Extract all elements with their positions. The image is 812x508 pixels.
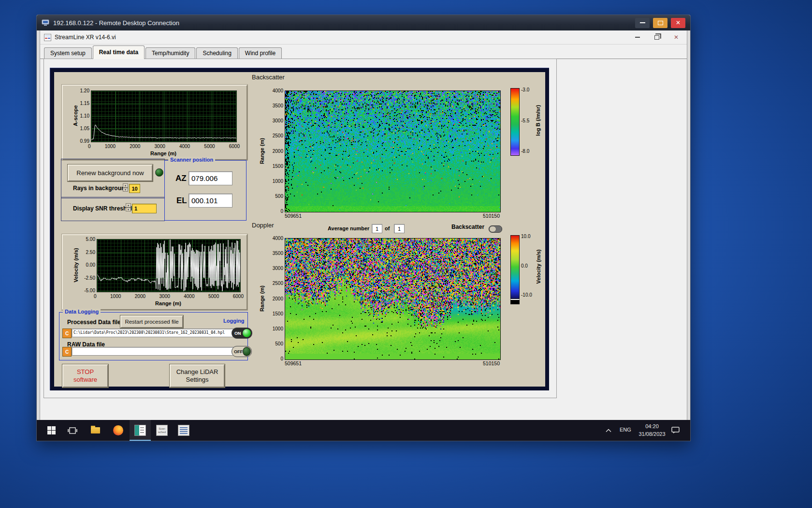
task-view-button[interactable]	[62, 420, 83, 441]
tick-label: 1.05	[80, 126, 89, 131]
az-field[interactable]: 079.006	[188, 171, 232, 185]
tick-label: Scan	[159, 427, 165, 431]
tray-show-hidden-button[interactable]	[601, 420, 616, 441]
tick-label: sched	[158, 431, 166, 434]
velocity-yticks: 5.002.500.00-2.50-5.00	[75, 237, 95, 293]
backscatter-toggle-label: Backscatter	[451, 224, 484, 230]
tick-label: -5.5	[521, 118, 529, 123]
tick-label: 0.0	[521, 263, 528, 269]
spinner-up-icon[interactable]	[126, 203, 131, 208]
rdp-close-button[interactable]	[671, 18, 685, 28]
raw-logging-toggle[interactable]: OFF	[232, 346, 252, 357]
rdp-window-controls	[632, 18, 685, 28]
tab-real-time-data[interactable]: Real time data	[93, 45, 145, 59]
ascope-xticks: 0100020003000400050006000	[88, 144, 240, 149]
tick-label: 2000	[130, 144, 140, 149]
toggle-led-icon	[242, 329, 251, 338]
processed-data-file-label: Processed Data file	[67, 319, 121, 326]
tick-label: 2500	[273, 281, 283, 286]
processed-logging-toggle[interactable]: ON	[232, 328, 252, 339]
spinner-up-icon[interactable]	[123, 183, 128, 188]
tick-label: 1000	[110, 294, 121, 299]
action-center-button[interactable]	[666, 420, 684, 441]
tab-scheduling[interactable]: Scheduling	[196, 47, 237, 59]
app-window: StreamLine XR v14-6.vi System setupReal …	[40, 30, 687, 420]
restart-processed-file-button[interactable]: Restart processed file	[120, 315, 183, 328]
raw-path-field[interactable]	[72, 347, 234, 356]
firefox-icon	[113, 425, 123, 435]
data-logging-group: Data Logging Processed Data file Restart…	[59, 312, 248, 360]
start-button[interactable]	[41, 420, 62, 441]
renew-background-button[interactable]: Renew background now	[68, 164, 153, 181]
tick-label: 5.00	[86, 237, 95, 242]
tab-system-setup[interactable]: System setup	[44, 47, 92, 59]
remote-session: StreamLine XR v14-6.vi System setupReal …	[37, 30, 690, 441]
scanner-position-title: Scanner position	[168, 157, 215, 163]
tick-label: 3500	[273, 251, 283, 256]
average-number-field[interactable]: 1	[372, 224, 382, 233]
tray-date: 31/08/2023	[635, 430, 669, 438]
app-minimize-button[interactable]	[631, 32, 644, 42]
firefox-button[interactable]	[107, 420, 129, 441]
el-field[interactable]: 000.101	[188, 194, 232, 208]
rays-in-background-label: Rays in background	[73, 185, 129, 192]
tick-label: 3000	[273, 118, 283, 123]
average-of-label: of	[385, 225, 390, 231]
scanner-position-group: Scanner position AZ 079.006 EL 000.101	[164, 160, 246, 221]
panel-dark-frame: A-scope 1.201.151.101.050.99 01000200030…	[50, 68, 549, 390]
doppler-heatmap	[285, 238, 501, 360]
toggle-led-icon	[243, 347, 251, 356]
tick-label: 6000	[233, 294, 244, 299]
raw-path-browse-button[interactable]: C	[62, 347, 72, 357]
tick-label: -10.0	[521, 292, 532, 298]
doppler-ylabel: Range (m)	[259, 285, 265, 312]
doppler-title: Doppler	[252, 222, 274, 229]
tick-label: 4000	[273, 88, 283, 93]
backscatter-x-start: 509651	[285, 213, 302, 219]
file-explorer-button[interactable]	[85, 420, 106, 441]
rdp-minimize-button[interactable]	[635, 18, 650, 28]
tab-wind-profile[interactable]: Wind profile	[239, 47, 282, 59]
app-close-button[interactable]	[669, 32, 683, 42]
tick-label: 1500	[273, 311, 283, 316]
tick-label: 4000	[179, 144, 190, 149]
tick-label: 0.00	[86, 262, 95, 268]
change-lidar-settings-button[interactable]: Change LiDAR Settings	[170, 364, 225, 388]
tick-label: 1.15	[80, 101, 89, 106]
text-editor-icon	[178, 425, 189, 436]
scan-schedule-button[interactable]: Scansched	[151, 420, 173, 441]
stop-software-button[interactable]: STOP software	[62, 364, 108, 388]
velocity-graph-frame: Velocity (m/s) 5.002.500.00-2.50-5.00 01…	[62, 234, 247, 310]
doppler-colorbar-label: Velocity (m/s)	[536, 250, 541, 284]
windows-logo-icon	[47, 426, 56, 434]
spinner-down-icon[interactable]	[123, 188, 128, 192]
tick-label: -5.00	[84, 288, 95, 293]
tick-label: 5000	[208, 294, 219, 299]
tick-label: 4000	[184, 294, 194, 299]
tab-temp-humidity[interactable]: Temp/humidity	[145, 47, 195, 59]
tray-clock[interactable]: 04:20 31/08/2023	[635, 422, 669, 438]
app-restore-button[interactable]	[650, 32, 664, 42]
streamline-app-button[interactable]	[130, 420, 151, 441]
processed-path-browse-button[interactable]: C	[62, 329, 72, 338]
average-total-field[interactable]: 1	[394, 224, 405, 233]
tray-language[interactable]: ENG	[620, 427, 631, 433]
tick-label: 10.0	[521, 234, 530, 239]
processed-path-field[interactable]: C:\Lidar\Data\Proc\2023\202308\20230831\…	[72, 329, 234, 337]
tick-label: -3.0	[521, 87, 529, 92]
rdp-titlebar[interactable]: 192.168.0.122 - Remote Desktop Connectio…	[37, 15, 690, 30]
app-titlebar[interactable]: StreamLine XR v14-6.vi	[40, 30, 687, 45]
backscatter-toggle[interactable]	[489, 225, 502, 233]
tab-bar: System setupReal time dataTemp/humidityS…	[40, 44, 687, 59]
snr-threshold-field[interactable]: 1	[132, 204, 157, 213]
rays-in-background-field[interactable]: 10	[129, 184, 140, 193]
tick-label: 3000	[273, 266, 283, 271]
tick-label: 3000	[155, 144, 165, 149]
spinner-down-icon[interactable]	[126, 208, 131, 212]
scan-schedule-icon: Scansched	[156, 425, 168, 436]
tick-label: 2000	[273, 149, 283, 154]
text-editor-button[interactable]	[173, 420, 194, 441]
average-number-label: Average number	[328, 225, 369, 231]
backscatter-yticks: 40003500300025002000150010005000	[265, 88, 283, 214]
rdp-maximize-button[interactable]	[653, 18, 667, 28]
